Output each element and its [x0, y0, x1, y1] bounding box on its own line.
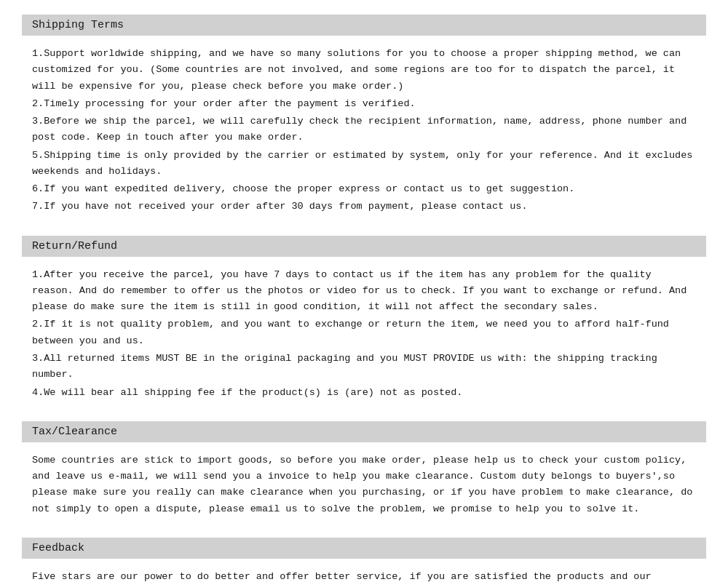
section-tax-clearance: Tax/ClearanceSome countries are stick to… — [22, 421, 706, 525]
section-content-tax-clearance: Some countries are stick to import goods… — [22, 450, 706, 525]
section-header-return-refund: Return/Refund — [22, 236, 706, 257]
content-paragraph: Some countries are stick to import goods… — [32, 453, 696, 517]
section-shipping-terms: Shipping Terms1.Support worldwide shippi… — [22, 15, 706, 223]
section-content-return-refund: 1.After you receive the parcel, you have… — [22, 264, 706, 408]
content-paragraph: 3.All returned items MUST BE in the orig… — [32, 351, 696, 383]
content-paragraph: 2.If it is not quality problem, and you … — [32, 316, 696, 349]
section-header-tax-clearance: Tax/Clearance — [22, 421, 706, 442]
content-paragraph: 1.Support worldwide shipping, and we hav… — [32, 46, 696, 95]
content-paragraph: 5.Shipping time is only provided by the … — [32, 148, 696, 180]
content-paragraph: 7.If you have not received your order af… — [32, 199, 696, 215]
section-content-feedback: Five stars are our power to do better an… — [22, 566, 706, 582]
content-paragraph: 1.After you receive the parcel, you have… — [32, 267, 696, 316]
content-paragraph: Five stars are our power to do better an… — [32, 569, 696, 582]
section-content-shipping-terms: 1.Support worldwide shipping, and we hav… — [22, 43, 706, 223]
content-paragraph: 2.Timely processing for your order after… — [32, 96, 696, 112]
section-return-refund: Return/Refund1.After you receive the par… — [22, 236, 706, 408]
content-paragraph: 3.Before we ship the parcel, we will car… — [32, 113, 696, 146]
page-container: Shipping Terms1.Support worldwide shippi… — [22, 15, 706, 582]
content-paragraph: 4.We will bear all shipping fee if the p… — [32, 385, 696, 401]
section-feedback: FeedbackFive stars are our power to do b… — [22, 538, 706, 582]
section-header-shipping-terms: Shipping Terms — [22, 15, 706, 36]
section-header-feedback: Feedback — [22, 538, 706, 559]
content-paragraph: 6.If you want expedited delivery, choose… — [32, 181, 696, 197]
